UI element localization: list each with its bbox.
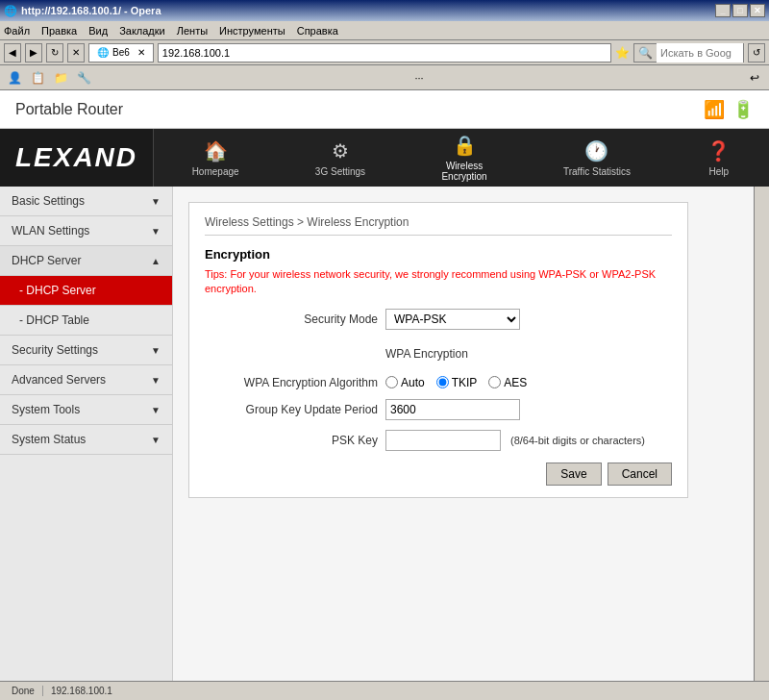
button-row: Save Cancel [205, 462, 672, 486]
refresh-button[interactable]: ↺ [748, 43, 765, 62]
status-url: 192.168.100.1 [51, 686, 112, 696]
sidebar-item-wlan[interactable]: WLAN Settings ▼ [0, 216, 172, 246]
tab-close[interactable]: ✕ [137, 47, 145, 58]
advanced-chevron: ▼ [151, 375, 161, 386]
nav-traffic[interactable]: 🕐 Traffic Statistics [556, 136, 638, 181]
sidebar-item-advanced[interactable]: Advanced Servers ▼ [0, 365, 172, 395]
forward-button[interactable]: ▶ [25, 43, 42, 62]
main-layout: Basic Settings ▼ WLAN Settings ▼ DHCP Se… [0, 187, 769, 681]
psk-input[interactable] [385, 430, 501, 451]
sidebar-item-basic-settings[interactable]: Basic Settings ▼ [0, 187, 172, 216]
algorithm-label: WPA Encryption Algorithm [205, 376, 378, 389]
algo-auto-radio[interactable] [385, 376, 398, 388]
brand-name: LEXAND [15, 142, 137, 173]
algorithm-control: Auto TKIP AES [385, 376, 672, 389]
algo-tkip-label: TKIP [452, 376, 478, 389]
menu-view[interactable]: Вид [88, 25, 108, 37]
sidebar-item-system-status[interactable]: System Status ▼ [0, 425, 172, 455]
menu-feeds[interactable]: Ленты [177, 25, 208, 37]
menu-edit[interactable]: Правка [41, 25, 77, 37]
breadcrumb: Wireless Settings > Wireless Encryption [205, 215, 409, 229]
close-button[interactable]: ✕ [750, 4, 765, 17]
browser-icon: 🌐 [4, 5, 17, 17]
sidebar-item-dhcp-table[interactable]: - DHCP Table [0, 306, 172, 336]
group-key-input[interactable] [385, 399, 520, 420]
wlan-chevron: ▼ [151, 226, 161, 237]
nav-help[interactable]: ❓ Help [699, 136, 738, 181]
antenna-icon: 📶 [704, 99, 725, 120]
menu-bar: Файл Правка Вид Закладки Ленты Инструмен… [0, 21, 769, 40]
traffic-icon: 🕐 [584, 139, 608, 162]
homepage-label: Homepage [192, 166, 239, 177]
status-bar: Done 192.168.100.1 [0, 681, 769, 700]
back-button[interactable]: ◀ [4, 43, 21, 62]
wlan-label: WLAN Settings [12, 224, 89, 238]
basic-settings-label: Basic Settings [12, 194, 85, 208]
menu-file[interactable]: Файл [4, 25, 30, 37]
menu-bookmarks[interactable]: Закладки [119, 25, 165, 37]
algo-aes-radio[interactable] [488, 376, 501, 388]
security-chevron: ▼ [151, 345, 161, 356]
psk-hint: (8/64-bit digits or characters) [510, 435, 645, 446]
sidebar-item-dhcp[interactable]: DHCP Server ▲ [0, 246, 172, 276]
router-title: Portable Router [15, 101, 123, 118]
tool-btn-1[interactable]: 👤 [4, 67, 25, 88]
stop-button[interactable]: ✕ [67, 43, 85, 62]
tips-text: Tips: For your wireless network security… [205, 267, 672, 297]
tool-btn-2[interactable]: 📋 [27, 67, 48, 88]
section-title: Encryption [205, 247, 672, 262]
group-key-control [385, 399, 672, 420]
home-tool-btn[interactable]: ↩ [744, 67, 765, 88]
sidebar-item-dhcp-server[interactable]: - DHCP Server [0, 276, 172, 306]
toolbar-divider: ··· [96, 72, 742, 84]
algo-auto-label: Auto [401, 376, 425, 389]
psk-row: PSK Key (8/64-bit digits or characters) [205, 430, 672, 451]
system-tools-label: System Tools [12, 403, 80, 416]
tab-label[interactable]: 🌐 Ве6 ✕ [88, 43, 154, 62]
help-icon: ❓ [707, 139, 731, 162]
content-area: Wireless Settings > Wireless Encryption … [173, 187, 754, 681]
3g-icon: ⚙ [332, 139, 349, 162]
menu-help[interactable]: Справка [297, 25, 338, 37]
nav-3g-settings[interactable]: ⚙ 3G Settings [308, 136, 373, 181]
tab-text: Ве6 [112, 47, 130, 58]
toolbar: 👤 📋 📁 🔧 ··· ↩ [0, 65, 769, 90]
search-input[interactable] [657, 43, 743, 62]
dhcp-chevron: ▲ [151, 256, 161, 266]
reload-button[interactable]: ↻ [46, 43, 63, 62]
system-tools-chevron: ▼ [151, 405, 161, 415]
search-icon: 🔍 [634, 46, 657, 60]
cancel-button[interactable]: Cancel [608, 462, 672, 486]
minimize-button[interactable]: _ [715, 4, 731, 17]
sidebar: Basic Settings ▼ WLAN Settings ▼ DHCP Se… [0, 187, 173, 681]
security-mode-control: WPA-PSK WPA2-PSK WEP None [385, 309, 672, 330]
scroll-indicator[interactable] [754, 187, 769, 681]
panel-title: Wireless Settings > Wireless Encryption [205, 214, 672, 236]
algo-tkip-option[interactable]: TKIP [436, 376, 478, 389]
sidebar-item-system-tools[interactable]: System Tools ▼ [0, 395, 172, 425]
3g-label: 3G Settings [315, 166, 365, 177]
maximize-button[interactable]: □ [732, 4, 748, 17]
traffic-label: Traffic Statistics [563, 166, 631, 177]
wireless-label: WirelessEncryption [441, 161, 486, 182]
star-icon[interactable]: ⭐ [615, 46, 630, 60]
tool-btn-4[interactable]: 🔧 [73, 67, 94, 88]
title-bar: 🌐 http://192.168.100.1/ - Opera _ □ ✕ [0, 0, 769, 21]
algo-tkip-radio[interactable] [436, 376, 449, 388]
window-title: http://192.168.100.1/ - Opera [21, 5, 161, 16]
address-input[interactable] [158, 43, 611, 62]
browser-content: Portable Router 📶 🔋 LEXAND 🏠 Homepage ⚙ … [0, 90, 769, 681]
nav-homepage[interactable]: 🏠 Homepage [185, 136, 247, 181]
security-mode-select[interactable]: WPA-PSK WPA2-PSK WEP None [385, 309, 520, 330]
tool-btn-3[interactable]: 📁 [50, 67, 71, 88]
security-label: Security Settings [12, 343, 98, 357]
menu-tools[interactable]: Инструменты [219, 25, 285, 37]
group-key-label: Group Key Update Period [205, 403, 378, 416]
algo-aes-option[interactable]: AES [488, 376, 527, 389]
sidebar-item-security[interactable]: Security Settings ▼ [0, 336, 172, 365]
advanced-label: Advanced Servers [12, 373, 106, 387]
algo-auto-option[interactable]: Auto [385, 376, 425, 389]
status-done: Done [4, 686, 43, 696]
nav-wireless[interactable]: 🔒 WirelessEncryption [434, 130, 494, 186]
save-button[interactable]: Save [546, 462, 601, 486]
